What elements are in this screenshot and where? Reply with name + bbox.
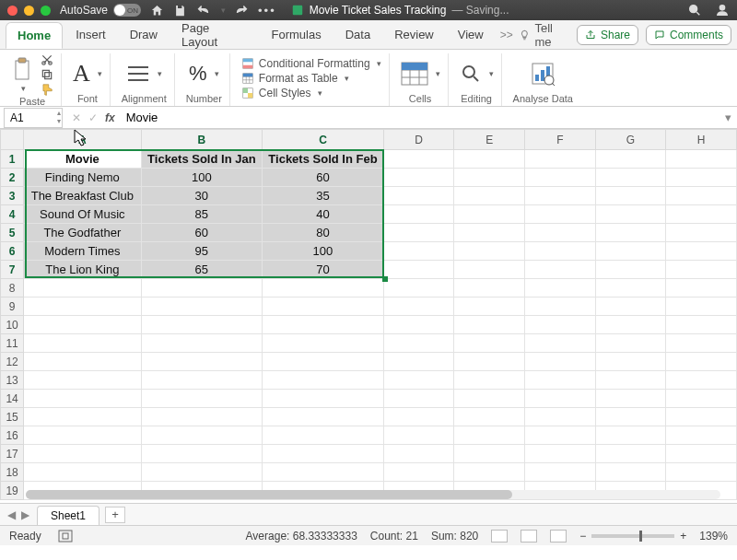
font-dropdown-icon[interactable]: ▾ <box>98 69 102 78</box>
expand-formula-bar-icon[interactable]: ▾ <box>719 111 737 124</box>
more-tabs-icon[interactable]: >> <box>497 29 517 41</box>
copy-icon[interactable] <box>41 68 53 81</box>
col-header-D[interactable]: D <box>383 130 454 150</box>
fx-icon[interactable]: fx <box>105 111 115 124</box>
zoom-window-icon[interactable] <box>41 6 51 16</box>
col-header-E[interactable]: E <box>454 130 525 150</box>
cell-A4[interactable]: Sound Of Music <box>24 205 141 224</box>
tab-view[interactable]: View <box>447 22 495 47</box>
zoom-slider[interactable]: − + <box>579 530 686 542</box>
cell-A5[interactable]: The Godfather <box>24 224 141 242</box>
cell-B3[interactable]: 30 <box>141 187 263 205</box>
row-header-1[interactable]: 1 <box>1 150 24 169</box>
cancel-formula-icon[interactable]: ✕ <box>72 111 81 124</box>
add-sheet-button[interactable]: + <box>105 507 125 523</box>
home-icon[interactable] <box>150 4 164 18</box>
cell-styles-button[interactable]: Cell Styles▾ <box>241 87 381 99</box>
number-format-icon[interactable]: % <box>189 62 207 86</box>
paste-button[interactable] <box>11 56 35 84</box>
cell-B1[interactable]: Tickets Sold In Jan <box>141 150 263 169</box>
cell-A2[interactable]: Finding Nemo <box>24 169 141 187</box>
view-normal-icon[interactable] <box>491 530 508 542</box>
row-header-18[interactable]: 18 <box>1 463 24 482</box>
search-icon[interactable] <box>687 3 702 18</box>
cell-C5[interactable]: 80 <box>263 224 384 242</box>
row-header-2[interactable]: 2 <box>1 169 24 187</box>
tab-formulas[interactable]: Formulas <box>260 22 332 47</box>
row-header-14[interactable]: 14 <box>1 390 24 408</box>
row-header-16[interactable]: 16 <box>1 426 24 445</box>
name-box[interactable]: A1 ▴▾ <box>4 108 63 128</box>
tab-insert[interactable]: Insert <box>64 22 117 47</box>
editing-icon[interactable] <box>460 63 482 85</box>
editing-dropdown-icon[interactable]: ▾ <box>489 69 494 78</box>
row-header-7[interactable]: 7 <box>1 261 24 279</box>
row-header-12[interactable]: 12 <box>1 353 24 371</box>
cell-A6[interactable]: Modern Times <box>24 242 141 261</box>
view-page-layout-icon[interactable] <box>521 530 537 542</box>
close-window-icon[interactable] <box>7 6 18 16</box>
cell-B5[interactable]: 60 <box>141 224 263 242</box>
cell-A7[interactable]: The Lion King <box>24 261 141 279</box>
col-header-H[interactable]: H <box>666 130 737 150</box>
share-button[interactable]: Share <box>577 25 638 45</box>
alignment-dropdown-icon[interactable]: ▾ <box>158 69 162 78</box>
enter-formula-icon[interactable]: ✓ <box>88 111 98 124</box>
col-header-G[interactable]: G <box>595 130 666 150</box>
cell-C3[interactable]: 35 <box>263 187 384 205</box>
col-header-C[interactable]: C <box>263 130 384 150</box>
row-header-11[interactable]: 11 <box>1 334 24 353</box>
tab-home[interactable]: Home <box>6 22 63 49</box>
alignment-icon[interactable] <box>126 64 150 84</box>
conditional-formatting-button[interactable]: Conditional Formatting▾ <box>241 57 381 70</box>
row-header-3[interactable]: 3 <box>1 187 24 205</box>
col-header-B[interactable]: B <box>141 130 263 150</box>
formula-input[interactable] <box>121 111 719 124</box>
cell-C7[interactable]: 70 <box>263 261 384 279</box>
cell-C6[interactable]: 100 <box>263 242 384 261</box>
select-all-corner[interactable] <box>1 130 24 150</box>
macro-record-icon[interactable] <box>58 530 73 542</box>
row-header-17[interactable]: 17 <box>1 445 24 463</box>
spreadsheet-grid[interactable]: A B C D E F G H 1 Movie Tickets Sold In … <box>0 129 737 503</box>
cell-C2[interactable]: 60 <box>263 169 384 187</box>
minimize-window-icon[interactable] <box>24 6 34 16</box>
paste-dropdown-icon[interactable]: ▾ <box>21 84 26 93</box>
row-header-19[interactable]: 19 <box>1 482 24 500</box>
more-commands-icon[interactable]: ••• <box>258 4 276 18</box>
cell-B2[interactable]: 100 <box>141 169 263 187</box>
col-header-A[interactable]: A <box>24 130 141 150</box>
row-header-5[interactable]: 5 <box>1 224 24 242</box>
tab-page-layout[interactable]: Page Layout <box>170 16 258 54</box>
cells-dropdown-icon[interactable]: ▾ <box>436 69 440 78</box>
sheet-nav-prev-icon[interactable]: ◀ <box>7 508 16 521</box>
cell-A1[interactable]: Movie <box>24 150 141 169</box>
number-dropdown-icon[interactable]: ▾ <box>215 69 219 78</box>
autosave-switch-icon[interactable]: ON <box>113 4 141 17</box>
cells-icon[interactable] <box>401 62 428 86</box>
tab-review[interactable]: Review <box>383 22 445 47</box>
row-header-6[interactable]: 6 <box>1 242 24 261</box>
cell-A3[interactable]: The Breakfast Club <box>24 187 141 205</box>
row-header-13[interactable]: 13 <box>1 371 24 390</box>
row-header-8[interactable]: 8 <box>1 279 24 298</box>
row-header-9[interactable]: 9 <box>1 298 24 316</box>
cell-B7[interactable]: 65 <box>141 261 263 279</box>
undo-dropdown-icon[interactable]: ▾ <box>221 6 226 15</box>
col-header-F[interactable]: F <box>525 130 596 150</box>
cell-B4[interactable]: 85 <box>141 205 263 224</box>
autosave-toggle[interactable]: AutoSave ON <box>60 4 141 17</box>
analyse-data-icon[interactable] <box>531 62 555 86</box>
tab-draw[interactable]: Draw <box>119 22 169 47</box>
row-header-15[interactable]: 15 <box>1 408 24 426</box>
font-icon[interactable]: A <box>73 60 90 88</box>
cell-C1[interactable]: Tickets Sold In Feb <box>263 150 384 169</box>
zoom-level[interactable]: 139% <box>699 530 728 542</box>
view-page-break-icon[interactable] <box>550 530 567 542</box>
cell-B6[interactable]: 95 <box>141 242 263 261</box>
zoom-out-icon[interactable]: − <box>579 530 586 542</box>
format-painter-icon[interactable] <box>41 83 53 96</box>
cut-icon[interactable] <box>41 53 53 66</box>
tab-data[interactable]: Data <box>334 22 381 47</box>
sheet-tab-sheet1[interactable]: Sheet1 <box>37 506 99 525</box>
